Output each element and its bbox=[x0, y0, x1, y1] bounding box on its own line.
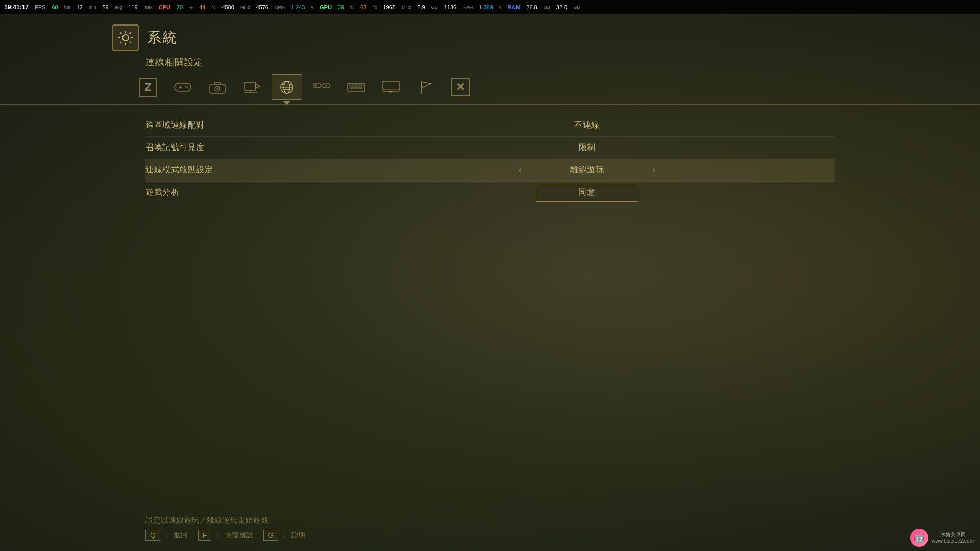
tab-close[interactable]: ✕ bbox=[445, 74, 476, 100]
tab-video-settings[interactable] bbox=[237, 74, 267, 100]
svg-marker-10 bbox=[256, 84, 260, 88]
watermark-icon: 🤖 bbox=[910, 529, 928, 547]
setting-value-area-connect-mode: ‹ 離線遊玩 › bbox=[339, 163, 835, 178]
hud-gpu-clock: 1965 bbox=[383, 4, 395, 10]
tab-network[interactable] bbox=[272, 74, 302, 100]
hud-fps-value: 60 bbox=[52, 4, 58, 10]
connect-mode-arrow-left[interactable]: ‹ bbox=[514, 163, 526, 178]
hud-ram-total-unit: GB bbox=[573, 5, 580, 10]
hud-cpu-usage: 20 bbox=[177, 4, 183, 10]
hud-cpu-rpm: 4576 bbox=[256, 4, 268, 10]
connect-mode-arrow-right[interactable]: › bbox=[648, 163, 659, 178]
hud-gpu-voltage-unit: v bbox=[499, 5, 502, 10]
hud-time: 19:41:17 bbox=[4, 4, 29, 11]
setting-value-connect-mode: 離線遊玩 bbox=[536, 165, 638, 176]
settings-table: 跨區域連線配對 不連線 召喚記號可見度 限制 連線模式啟動設定 ‹ 離線遊玩 ›… bbox=[0, 114, 980, 204]
hud-gpu-rpm: 1136 bbox=[444, 4, 456, 10]
hud-cpu-rpm-unit: RPM bbox=[275, 5, 285, 10]
hud-fps-label: FPS bbox=[35, 4, 45, 10]
hud-cpu-usage-unit: % bbox=[189, 5, 193, 10]
setting-value-area-game-analysis: 同意 bbox=[339, 184, 835, 202]
page-header: 系統 bbox=[0, 14, 980, 56]
hud-fps-unit: fps bbox=[64, 5, 70, 10]
hud-fps-max-label: max bbox=[144, 5, 153, 10]
hud-cpu-voltage-unit: v bbox=[311, 5, 313, 10]
setting-row-connect-mode: 連線模式啟動設定 ‹ 離線遊玩 › bbox=[145, 159, 835, 182]
svg-rect-30 bbox=[383, 81, 399, 91]
main-content: 系統 連線相關設定 Z bbox=[0, 14, 980, 551]
svg-point-4 bbox=[185, 86, 187, 87]
svg-rect-17 bbox=[323, 83, 330, 88]
svg-point-0 bbox=[122, 35, 129, 41]
svg-rect-27 bbox=[358, 85, 360, 86]
hud-ram-total: 32.0 bbox=[556, 4, 567, 10]
svg-point-8 bbox=[216, 88, 218, 90]
hud-fps-min-label: min bbox=[89, 5, 96, 10]
hud-cpu-clock-unit: MHz bbox=[240, 5, 250, 10]
svg-rect-25 bbox=[352, 85, 354, 86]
hud-cpu-temp: 44 bbox=[199, 4, 205, 10]
tab-camera[interactable] bbox=[202, 74, 233, 100]
setting-value-area-summon: 限制 bbox=[339, 142, 835, 153]
setting-value-area-cross-region: 不連線 bbox=[339, 120, 835, 131]
watermark: 🤖 冰糖安卓网 www.blueice2.com bbox=[910, 529, 974, 547]
hud-ram-used: 26.8 bbox=[526, 4, 537, 10]
page-title: 系統 bbox=[147, 28, 178, 47]
setting-row-cross-region: 跨區域連線配對 不連線 bbox=[145, 114, 835, 137]
hud-fps-max-value: 119 bbox=[128, 4, 137, 10]
hud-bar: 19:41:17 FPS 60 fps 12 min 59 avg 119 ma… bbox=[0, 0, 980, 14]
tab-bar: Z bbox=[0, 74, 980, 105]
svg-rect-24 bbox=[349, 85, 351, 86]
svg-point-20 bbox=[325, 84, 326, 85]
hud-gpu-mem: 5.9 bbox=[417, 4, 425, 10]
tab-keyboard[interactable] bbox=[341, 74, 372, 100]
tab-z[interactable]: Z bbox=[133, 74, 163, 100]
hud-fps-min-value: 12 bbox=[77, 4, 83, 10]
tab-multiplayer[interactable] bbox=[306, 74, 337, 100]
hud-gpu-label: GPU bbox=[320, 4, 332, 10]
svg-rect-1 bbox=[175, 83, 191, 91]
setting-value-cross-region: 不連線 bbox=[536, 120, 638, 131]
game-analysis-button[interactable]: 同意 bbox=[536, 184, 638, 202]
setting-value-summon: 限制 bbox=[536, 142, 638, 153]
svg-rect-9 bbox=[244, 82, 256, 90]
gear-icon bbox=[112, 24, 139, 51]
svg-rect-28 bbox=[361, 85, 363, 86]
watermark-text: 冰糖安卓网 www.blueice2.com bbox=[932, 531, 974, 544]
hud-gpu-voltage: 1.069 bbox=[479, 4, 493, 10]
setting-label-cross-region: 跨區域連線配對 bbox=[145, 120, 339, 131]
hud-gpu-mem-unit: GB bbox=[431, 5, 438, 10]
hud-fps-avg-label: avg bbox=[115, 5, 122, 10]
hud-cpu-clock: 4500 bbox=[222, 4, 234, 10]
hud-ram-unit: GB bbox=[544, 5, 550, 10]
setting-label-connect-mode: 連線模式啟動設定 bbox=[145, 165, 339, 176]
section-title: 連線相關設定 bbox=[0, 56, 980, 74]
hud-fps-avg-value: 59 bbox=[102, 4, 108, 10]
hud-gpu-usage-unit: % bbox=[350, 5, 354, 10]
setting-row-summon: 召喚記號可見度 限制 bbox=[145, 137, 835, 159]
hud-gpu-temp: 63 bbox=[360, 4, 366, 10]
svg-point-5 bbox=[187, 87, 188, 89]
setting-label-game-analysis: 遊戲分析 bbox=[145, 187, 339, 198]
hud-cpu-temp-unit: °c bbox=[211, 5, 215, 10]
hud-gpu-temp-unit: °c bbox=[373, 5, 377, 10]
setting-row-game-analysis: 遊戲分析 同意 bbox=[145, 182, 835, 204]
hud-gpu-rpm-unit: RPM bbox=[462, 5, 473, 10]
hud-gpu-usage: 39 bbox=[338, 4, 344, 10]
tab-monitor[interactable] bbox=[376, 74, 406, 100]
hud-cpu-voltage: 1.243 bbox=[291, 4, 305, 10]
tab-gamepad[interactable] bbox=[167, 74, 198, 100]
tab-flag[interactable] bbox=[410, 74, 441, 100]
svg-point-21 bbox=[326, 85, 327, 86]
setting-label-summon: 召喚記號可見度 bbox=[145, 142, 339, 153]
hud-ram-label: RAM bbox=[507, 4, 520, 10]
svg-rect-26 bbox=[355, 85, 357, 86]
hud-gpu-clock-unit: MHz bbox=[402, 5, 411, 10]
svg-rect-29 bbox=[351, 87, 362, 89]
hud-cpu-label: CPU bbox=[159, 4, 170, 10]
